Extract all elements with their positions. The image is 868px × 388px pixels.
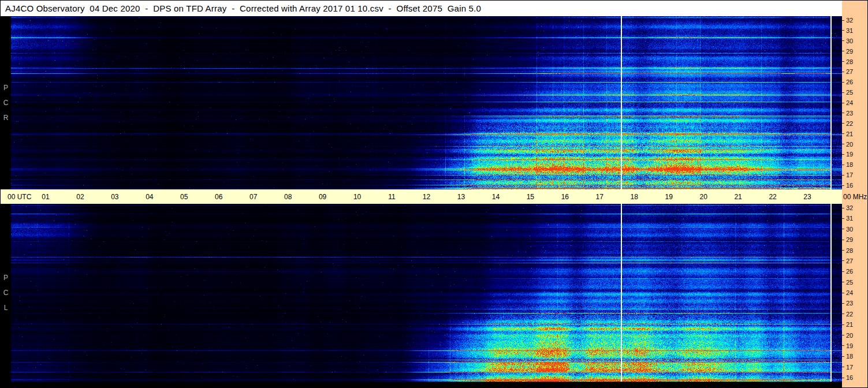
freq-tick-mark [842,82,844,83]
title-bar: AJ4CO Observatory 04 Dec 2020 - DPS on T… [1,1,842,16]
freq-tick-value: 26 [846,79,853,85]
freq-tick-label: 19 [842,342,853,349]
time-tick-label: 00 UTC [8,193,31,201]
freq-tick-label: 20 [842,332,853,339]
freq-tick-mark [842,240,844,240]
freq-tick-value: 19 [846,342,853,349]
freq-tick-label: 25 [842,279,853,286]
freq-tick-label: 21 [842,130,853,137]
freq-tick-label: 29 [842,48,853,55]
freq-tick-mark [842,229,844,229]
freq-tick-mark [842,250,844,251]
frequency-axis-sidebar: 3231302928272625242322212019181716 00 MH… [842,1,868,388]
freq-tick-label: 21 [842,321,853,328]
freq-tick-label: 22 [842,120,853,127]
freq-tick-value: 16 [846,182,853,189]
freq-tick-mark [842,324,844,325]
freq-tick-value: 29 [846,48,853,55]
freq-tick-value: 29 [846,236,853,243]
freq-tick-label: 30 [842,226,853,233]
freq-tick-value: 26 [846,268,853,275]
freq-tick-label: 29 [842,236,853,243]
freq-tick-mark [842,30,844,31]
time-tick-label: 16 [561,193,569,201]
freq-tick-label: 20 [842,141,853,148]
time-tick-label: 05 [180,193,188,201]
time-tick-label: 12 [423,193,430,201]
freq-tick-value: 30 [846,226,853,233]
polarization-letter: R [3,114,9,121]
freq-tick-value: 17 [846,364,853,371]
time-tick-label: 08 [284,193,292,201]
freq-tick-value: 23 [846,110,853,117]
freq-tick-mark [842,185,844,186]
freq-tick-value: 31 [846,215,853,222]
freq-tick-mark [842,133,844,134]
polarization-letter: P [3,274,8,281]
freq-tick-label: 26 [842,79,853,85]
freq-tick-mark [842,303,844,304]
time-tick-label: 15 [527,193,534,201]
freq-tick-label: 17 [842,364,853,371]
freq-tick-value: 24 [846,99,853,106]
dps-window: AJ4CO Observatory 04 Dec 2020 - DPS on T… [0,0,868,388]
freq-tick-label: 28 [842,58,853,65]
freq-tick-label: 16 [842,182,853,189]
freq-tick-mark [842,260,844,261]
lcp-polarization-label: PCL [1,204,11,382]
freq-tick-label: 31 [842,215,853,222]
polarization-letter: L [4,304,8,311]
freq-tick-mark [842,20,844,21]
freq-tick-label: 28 [842,247,853,254]
freq-tick-mark [842,378,844,378]
freq-tick-mark [842,61,844,62]
freq-tick-value: 27 [846,258,853,264]
freq-tick-label: 19 [842,151,853,158]
time-tick-label: 17 [596,193,603,201]
time-tick-label: 21 [734,193,742,201]
freq-tick-value: 23 [846,300,853,307]
freq-tick-label: 31 [842,27,853,34]
polarization-letter: C [3,99,9,106]
freq-tick-label: 27 [842,258,853,264]
time-tick-label: 18 [631,193,638,201]
freq-tick-mark [842,271,844,272]
freq-tick-value: 27 [846,68,853,75]
freq-tick-mark [842,144,844,144]
time-axis-band: 00 UTC0102030405060708091011121314151617… [1,189,842,204]
time-tick-label: 06 [215,193,222,201]
time-tick-label: 01 [42,193,49,201]
time-tick-label: 23 [803,193,811,201]
freq-tick-label: 30 [842,38,853,44]
time-tick-label: 14 [492,193,500,201]
freq-tick-value: 19 [846,151,853,158]
freq-tick-value: 22 [846,311,853,318]
polarization-letter: C [3,289,9,296]
time-tick-label: 04 [146,193,153,201]
freq-tick-mark [842,51,844,51]
freq-tick-label: 24 [842,289,853,296]
freq-tick-mark [842,314,844,314]
freq-tick-label: 18 [842,353,853,360]
freq-tick-label: 26 [842,268,853,275]
freq-tick-mark [842,356,844,357]
freq-tick-mark [842,72,844,72]
freq-tick-mark [842,208,844,208]
time-tick-label: 20 [699,193,707,201]
freq-tick-label: 22 [842,311,853,318]
freq-tick-label: 18 [842,161,853,168]
freq-tick-value: 18 [846,353,853,360]
freq-tick-mark [842,165,844,165]
freq-tick-value: 20 [846,141,853,148]
freq-tick-mark [842,103,844,103]
freq-tick-label: 25 [842,89,853,96]
freq-tick-mark [842,218,844,219]
frequency-unit-label: 00 MHz [843,189,868,204]
freq-tick-value: 32 [846,17,853,24]
freq-tick-mark [842,293,844,293]
rcp-polarization-label: PCR [1,16,11,189]
time-tick-label: 22 [769,193,776,201]
freq-tick-value: 24 [846,289,853,296]
freq-tick-value: 28 [846,58,853,65]
freq-tick-mark [842,282,844,282]
